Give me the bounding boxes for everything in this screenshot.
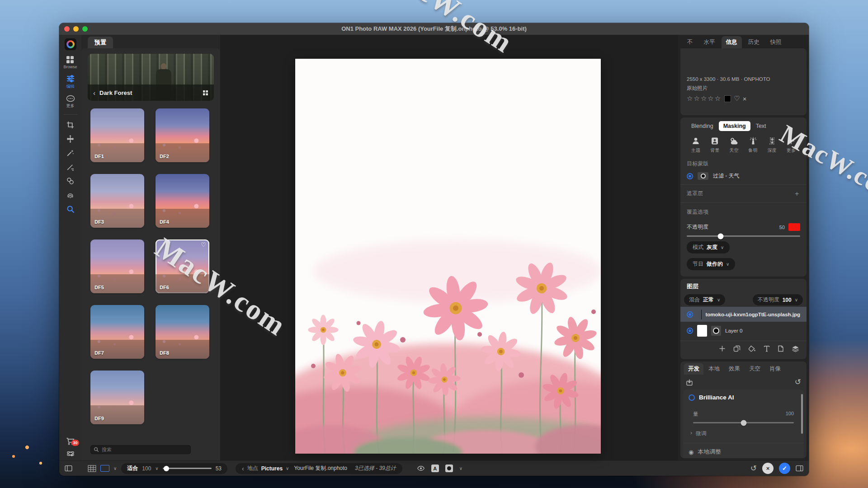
add-mask-layer-button[interactable]: ＋: [793, 189, 800, 198]
canvas-area[interactable]: [220, 35, 678, 460]
clone-stamp-tool-button[interactable]: [66, 177, 74, 185]
breadcrumb-chevron-icon[interactable]: ∨: [286, 466, 289, 471]
photo-document[interactable]: [295, 59, 601, 454]
mask-tool-background[interactable]: 背景: [707, 136, 723, 154]
text-layer-icon[interactable]: [764, 345, 770, 352]
toggle-left-panel-icon[interactable]: [65, 465, 72, 472]
favorite-heart-icon[interactable]: ♡: [201, 241, 206, 248]
tab-nav[interactable]: 不: [683, 36, 698, 48]
slider-knob[interactable]: [164, 466, 169, 471]
close-window-button[interactable]: [64, 26, 70, 32]
mask-tool-subject[interactable]: 主题: [688, 136, 704, 154]
crop-tool-button[interactable]: [66, 121, 74, 129]
fine-tune-disclosure[interactable]: › 微调: [689, 430, 798, 437]
preset-search-input[interactable]: [90, 445, 191, 454]
sync-atom-button[interactable]: [66, 450, 75, 458]
layer-visibility-radio[interactable]: [687, 311, 693, 318]
adjust-brush-tool-button[interactable]: [66, 163, 74, 171]
duplicate-layer-icon[interactable]: [733, 345, 741, 352]
target-mask-radio[interactable]: [687, 173, 693, 179]
cancel-button[interactable]: ×: [762, 463, 774, 474]
brilliance-amount-slider[interactable]: [693, 422, 794, 423]
mask-overlay-color-swatch[interactable]: [788, 223, 800, 231]
tab-history[interactable]: 历史: [744, 36, 764, 48]
layer-stack-icon[interactable]: [792, 345, 799, 352]
single-view-icon[interactable]: [100, 465, 109, 472]
reset-all-icon[interactable]: ↺: [750, 464, 757, 473]
zoom-window-button[interactable]: [82, 26, 88, 32]
export-layer-icon[interactable]: [778, 345, 784, 352]
tab-snapshots[interactable]: 快照: [766, 36, 786, 48]
zoom-100-button[interactable]: 100: [142, 465, 151, 472]
tab-develop[interactable]: 开发: [684, 363, 703, 375]
preset-thumbnail[interactable]: DF2: [156, 108, 209, 162]
mask-opacity-slider[interactable]: [687, 235, 800, 237]
back-chevron-icon[interactable]: ‹: [242, 465, 244, 472]
tab-levels[interactable]: 水平: [699, 36, 720, 48]
brilliance-enable-radio[interactable]: [689, 394, 695, 401]
develop-scroll-area[interactable]: Brilliance AI 量 100 › 微调 ◉ 本地调整: [683, 389, 804, 458]
sidebar-item-browse[interactable]: Browse: [63, 56, 77, 69]
retouch-tool-button[interactable]: [66, 191, 74, 199]
toggle-right-panel-icon[interactable]: [796, 465, 803, 472]
compare-view-icon[interactable]: A: [431, 465, 439, 472]
blend-mode-dropdown[interactable]: 混合 正常 ∨: [684, 294, 725, 305]
tab-blending[interactable]: Blending: [687, 121, 718, 131]
tab-info[interactable]: 信息: [722, 36, 742, 48]
preset-thumbnail-selected[interactable]: ♡ DF6: [156, 239, 209, 293]
sidebar-item-more[interactable]: 更多: [66, 95, 75, 109]
mask-view-icon[interactable]: [445, 465, 453, 472]
move-tool-button[interactable]: [66, 135, 74, 143]
mask-tool-sky[interactable]: 天空: [726, 136, 742, 154]
minimize-window-button[interactable]: [73, 26, 79, 32]
zoom-slider[interactable]: [163, 468, 212, 469]
tab-text[interactable]: Text: [751, 121, 771, 131]
collection-grid-icon[interactable]: [203, 90, 208, 96]
scrollbar-thumb[interactable]: [801, 394, 803, 434]
mask-mode-dropdown[interactable]: 模式 灰度 ∨: [687, 241, 730, 253]
magic-wand-tool-button[interactable]: [66, 149, 74, 157]
mask-tool-more[interactable]: 更多: [783, 136, 799, 154]
fill-bucket-icon[interactable]: [748, 345, 756, 352]
grid-view-icon[interactable]: [88, 465, 96, 472]
slider-knob[interactable]: [718, 233, 724, 239]
mask-program-dropdown[interactable]: 节目 做作的 ∨: [687, 258, 735, 270]
view-chevron-icon[interactable]: ∨: [113, 466, 117, 471]
zoom-chevron-icon[interactable]: ∨: [155, 466, 158, 471]
color-label-swatch[interactable]: [724, 95, 731, 102]
preset-thumbnail[interactable]: DF9: [90, 371, 144, 424]
layer-visibility-radio[interactable]: [687, 328, 693, 334]
layer-mask-icon[interactable]: [711, 326, 721, 336]
apply-button[interactable]: ✓: [779, 463, 790, 474]
preset-thumbnail[interactable]: DF5: [90, 239, 144, 293]
like-heart-icon[interactable]: ♡: [734, 94, 740, 103]
local-adjustments-row[interactable]: ◉ 本地调整: [689, 448, 798, 456]
preset-thumbnail[interactable]: DF1: [90, 108, 144, 162]
fit-button[interactable]: 适合: [127, 465, 138, 472]
target-mask-row[interactable]: 过滤 - 天气: [687, 172, 800, 180]
reset-develop-icon[interactable]: ↺: [795, 377, 801, 387]
layer-row[interactable]: Layer 0: [680, 323, 807, 338]
breadcrumb-folder[interactable]: Pictures: [261, 465, 283, 472]
sidebar-item-edit[interactable]: 编辑: [66, 75, 75, 89]
store-cart-button[interactable]: 30: [66, 437, 75, 445]
tab-masking[interactable]: Masking: [719, 121, 750, 131]
breadcrumb-root-label[interactable]: 地点: [247, 465, 258, 472]
zoom-tool-button[interactable]: [66, 205, 75, 213]
collection-back-chevron-icon[interactable]: ‹: [93, 89, 95, 97]
preset-collection-cover[interactable]: ‹ Dark Forest: [88, 54, 214, 101]
preset-thumbnail[interactable]: DF3: [90, 174, 144, 228]
layer-row-selected[interactable]: tomoko-uji-kxvn1ogpTtE-unsplash.jpg: [680, 307, 807, 322]
tab-local[interactable]: 本地: [704, 363, 724, 375]
preset-thumbnail[interactable]: DF4: [156, 174, 209, 228]
preview-eye-icon[interactable]: [417, 465, 425, 472]
mask-tool-luminosity[interactable]: 鲁明: [745, 136, 761, 154]
save-preset-icon[interactable]: [686, 379, 693, 386]
star-rating[interactable]: ☆☆☆☆☆: [687, 94, 722, 103]
tab-effects[interactable]: 效果: [725, 363, 744, 375]
preset-thumbnail[interactable]: DF8: [156, 305, 209, 359]
preset-thumbnail[interactable]: DF7: [90, 305, 144, 359]
layer-opacity-dropdown[interactable]: 不透明度 100 ∨: [753, 294, 803, 305]
mask-tool-depth[interactable]: 深度: [764, 136, 780, 154]
tab-sky[interactable]: 天空: [745, 363, 764, 375]
